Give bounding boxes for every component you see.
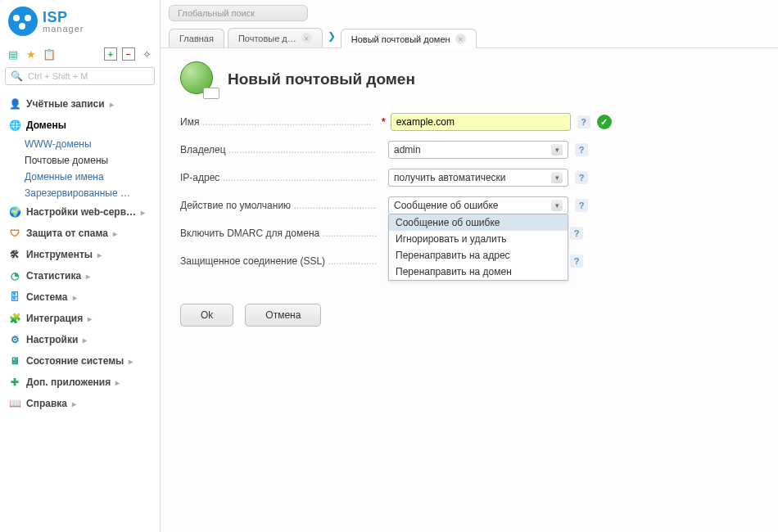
chevron-right-icon: ▸ [86, 272, 90, 281]
plus-icon[interactable]: + [104, 47, 117, 61]
ok-button[interactable]: Ok [180, 304, 233, 327]
select-value: admin [394, 144, 421, 156]
nav-label: Инструменты [26, 249, 93, 260]
nav-antispam[interactable]: 🛡 Защита от спама ▸ [5, 223, 155, 244]
nav-label: Учётные записи [26, 98, 105, 110]
gear-icon: ⚙ [8, 333, 21, 346]
close-icon[interactable]: × [455, 34, 466, 44]
nav-label: Справка [26, 398, 67, 409]
global-search[interactable]: Глобальный поиск [169, 5, 308, 21]
star-icon[interactable]: ★ [25, 47, 38, 61]
logo-subtitle: manager [43, 25, 84, 34]
form: Имя ....................................… [180, 112, 758, 327]
help-icon[interactable]: ? [570, 227, 583, 240]
minus-icon[interactable]: − [122, 47, 135, 61]
breadcrumb-arrow-icon: ❯ [326, 30, 337, 45]
tab-bar: Главная Почтовые д… × ❯ Новый почтовый д… [161, 21, 778, 48]
globe-icon: 🌐 [8, 119, 21, 132]
search-icon: 🔍 [11, 70, 23, 82]
plugin-icon: 🧩 [8, 312, 21, 325]
chevron-right-icon: ▸ [73, 293, 77, 302]
chevron-down-icon: ▾ [551, 200, 563, 211]
tab-label: Почтовые д… [238, 34, 296, 43]
list-icon[interactable]: ▤ [7, 47, 20, 61]
pin-icon[interactable]: ✧ [140, 47, 153, 61]
nav-integration[interactable]: 🧩 Интеграция ▸ [5, 308, 155, 329]
nav-label: Интеграция [26, 313, 83, 324]
sidebar-search[interactable]: 🔍 [5, 67, 155, 85]
label-dmarc: Включить DMARC для домена [180, 228, 319, 239]
nav-settings[interactable]: ⚙ Настройки ▸ [5, 329, 155, 350]
close-icon[interactable]: × [301, 33, 312, 43]
nav-label: Состояние системы [26, 355, 124, 367]
tab-new-mail-domain[interactable]: Новый почтовый домен × [341, 29, 477, 48]
select-default-action[interactable]: Сообщение об ошибке ▾ [388, 196, 568, 214]
help-icon: 📖 [8, 397, 21, 410]
nav-stats[interactable]: ◔ Статистика ▸ [5, 265, 155, 286]
nav-label: Настройки web-серв… [26, 206, 136, 218]
dropdown-default-action: Сообщение об ошибке Игнорировать и удали… [388, 214, 568, 281]
help-icon[interactable]: ? [575, 199, 588, 212]
chevron-right-icon: ▸ [113, 229, 117, 238]
logo-icon [8, 7, 38, 36]
nav-label: Настройки [26, 334, 78, 345]
subnav-mail-domains[interactable]: Почтовые домены [25, 152, 155, 169]
dropdown-option[interactable]: Перенаправить на адрес [389, 247, 568, 264]
sidebar-toolbar: ▤ ★ 📋 + − ✧ [5, 44, 155, 67]
subnav-www-domains[interactable]: WWW-домены [25, 136, 155, 152]
nav-status[interactable]: 🖥 Состояние системы ▸ [5, 350, 155, 372]
logo: ISP manager [5, 7, 155, 36]
nav-label: Система [26, 291, 68, 303]
label-ip: IP-адрес [180, 172, 219, 183]
nav-tools[interactable]: 🛠 Инструменты ▸ [5, 244, 155, 265]
nav-label: Защита от спама [26, 228, 108, 239]
select-ip[interactable]: получить автоматически ▾ [388, 169, 568, 187]
tab-home[interactable]: Главная [169, 29, 224, 47]
server-icon: 🗄 [8, 291, 21, 304]
nav-help[interactable]: 📖 Справка ▸ [5, 393, 155, 414]
web-icon: 🌍 [8, 205, 21, 219]
help-icon[interactable]: ? [570, 255, 583, 268]
shield-icon: 🛡 [8, 227, 21, 240]
chevron-right-icon: ▸ [88, 314, 92, 323]
chevron-right-icon: ▸ [83, 336, 87, 345]
cancel-button[interactable]: Отмена [245, 304, 321, 327]
chevron-right-icon: ▸ [72, 399, 76, 408]
plus-app-icon: ✚ [8, 376, 21, 389]
user-icon: 👤 [8, 97, 21, 110]
help-icon[interactable]: ? [575, 143, 588, 156]
nav-label: Домены [26, 119, 66, 131]
nav-web-settings[interactable]: 🌍 Настройки web-серв… ▸ [5, 201, 155, 223]
input-name[interactable] [391, 113, 571, 131]
select-owner[interactable]: admin ▾ [388, 141, 568, 159]
tools-icon: 🛠 [8, 248, 21, 261]
nav-addons[interactable]: ✚ Доп. приложения ▸ [5, 372, 155, 393]
chart-icon: ◔ [8, 269, 21, 282]
required-icon: * [382, 116, 386, 128]
select-value: получить автоматически [394, 172, 506, 183]
tab-label: Новый почтовый домен [351, 34, 450, 44]
dropdown-option[interactable]: Сообщение об ошибке [389, 214, 568, 231]
page-icon [180, 61, 216, 97]
label-ssl: Защищенное соединение (SSL) [180, 255, 325, 267]
nav-label: Доп. приложения [26, 376, 111, 388]
subnav-reserved[interactable]: Зарезервированные … [25, 185, 155, 201]
sidebar: ISP manager ▤ ★ 📋 + − ✧ 🔍 👤 Учётные запи… [0, 0, 161, 532]
nav-accounts[interactable]: 👤 Учётные записи ▸ [5, 93, 155, 115]
tab-label: Главная [179, 34, 214, 43]
tab-mail-domains[interactable]: Почтовые д… × [228, 28, 323, 47]
nav-domains[interactable]: 🌐 Домены [5, 115, 155, 136]
subnav-domain-names[interactable]: Доменные имена [25, 169, 155, 185]
chevron-down-icon: ▾ [551, 172, 563, 183]
sidebar-search-input[interactable] [26, 70, 149, 83]
dropdown-option[interactable]: Перенаправить на домен [389, 264, 568, 280]
dropdown-option[interactable]: Игнорировать и удалить [389, 231, 568, 247]
chevron-right-icon: ▸ [110, 100, 114, 109]
page-title: Новый почтовый домен [228, 70, 415, 88]
clipboard-icon[interactable]: 📋 [43, 47, 56, 61]
logo-title: ISP [43, 10, 84, 25]
nav-system[interactable]: 🗄 Система ▸ [5, 286, 155, 308]
help-icon[interactable]: ? [575, 171, 588, 184]
help-icon[interactable]: ? [577, 115, 590, 128]
chevron-right-icon: ▸ [97, 250, 102, 259]
